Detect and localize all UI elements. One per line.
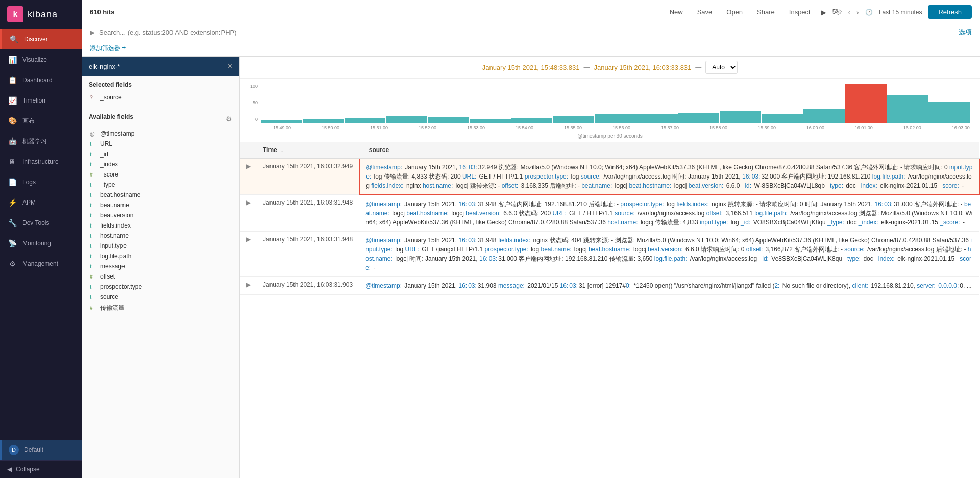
field-item-source[interactable]: t source — [89, 292, 232, 302]
sidebar-item-timelion[interactable]: 📈 Timelion — [0, 90, 82, 111]
chart-bar[interactable] — [553, 116, 594, 123]
sidebar-item-dashboard[interactable]: 📋 Dashboard — [0, 70, 82, 90]
field-item-log-file-path[interactable]: t log.file.path — [89, 251, 232, 261]
sidebar-item-apm[interactable]: ⚡ APM — [0, 192, 82, 213]
field-item-timestamp[interactable]: @ @timestamp — [89, 129, 232, 139]
field-item-id[interactable]: t _id — [89, 149, 232, 159]
field-item-url[interactable]: t URL — [89, 139, 232, 149]
open-button[interactable]: Open — [722, 6, 747, 18]
field-item-beat-hostname[interactable]: t beat.hostname — [89, 190, 232, 200]
chart-x-label: 15:59:00 — [758, 125, 776, 130]
management-icon: ⚙ — [7, 259, 17, 269]
search-options-button[interactable]: 选项 — [959, 28, 972, 37]
index-selector[interactable]: elk-nginx-* × — [82, 57, 239, 76]
field-item-prospector-type[interactable]: t prospector.type — [89, 282, 232, 292]
chart-x-label: 15:53:00 — [467, 125, 485, 130]
field-name: _source — [100, 94, 122, 101]
sidebar-item-infrastructure[interactable]: 🖥 Infrastructure — [0, 152, 82, 172]
sidebar-item-canvas[interactable]: 🎨 画布 — [0, 111, 82, 131]
next-interval-icon[interactable]: › — [856, 8, 859, 16]
time-cell: January 15th 2021, 16:03:31.948 — [257, 195, 359, 232]
default-icon: D — [9, 445, 19, 455]
field-item-index[interactable]: t _index — [89, 159, 232, 169]
expand-arrow-icon[interactable]: ▶ — [246, 199, 251, 206]
searchbar: ▶ 选项 — [82, 24, 980, 40]
sidebar-item-devtools[interactable]: 🔧 Dev Tools — [0, 213, 82, 233]
sidebar-item-discover[interactable]: 🔍 Discover — [0, 29, 82, 49]
chart-bar[interactable] — [678, 113, 720, 123]
chart-bar[interactable] — [595, 114, 636, 122]
expand-arrow-icon[interactable]: ▶ — [246, 163, 251, 170]
chart-x-label: 15:49:00 — [273, 125, 291, 130]
chart-x-label: 16:02:00 — [903, 125, 921, 130]
field-type-t-icon: t — [90, 213, 97, 218]
chart-bar[interactable] — [511, 118, 553, 123]
expand-arrow-icon[interactable]: ▶ — [246, 236, 251, 243]
infrastructure-icon: 🖥 — [7, 157, 17, 167]
field-type-t-icon: t — [90, 162, 97, 167]
chart-bar[interactable] — [928, 102, 970, 123]
canvas-icon: 🎨 — [7, 116, 17, 126]
chart-bar[interactable] — [845, 84, 887, 123]
chart-bar[interactable] — [887, 95, 928, 123]
play-icon[interactable]: ▶ — [821, 8, 826, 16]
chart-bar[interactable] — [803, 109, 845, 123]
sidebar-logo: k kibana — [0, 0, 82, 29]
chart-bar[interactable] — [636, 114, 678, 123]
chart-x-label: 16:00:00 — [806, 125, 824, 130]
chart-bar[interactable] — [470, 119, 511, 122]
ml-icon: 🤖 — [7, 136, 17, 146]
field-item-type[interactable]: t _type — [89, 180, 232, 190]
chart-bars[interactable] — [261, 84, 970, 123]
chart-bar[interactable] — [762, 114, 803, 122]
time-range-dropdown[interactable]: Auto 1m 5m 10m — [705, 61, 738, 74]
collapse-button[interactable]: ◀ Collapse — [0, 460, 82, 478]
search-input[interactable] — [99, 29, 954, 36]
sidebar-item-ml[interactable]: 🤖 机器学习 — [0, 131, 82, 152]
chart-x-axis: 15:49:0015:50:0015:51:0015:52:0015:53:00… — [273, 123, 970, 132]
field-item-transfer[interactable]: # 传输流量 — [89, 302, 232, 314]
available-fields-header: Available fields ⚙ — [89, 113, 232, 124]
field-type-t-icon: t — [90, 284, 97, 290]
prev-interval-icon[interactable]: ‹ — [848, 8, 850, 16]
results-area[interactable]: Time ↓ _source ▶January 15th 2021, 16:03… — [240, 142, 980, 479]
inspect-button[interactable]: Inspect — [785, 6, 815, 18]
field-item-input-type[interactable]: t input.type — [89, 241, 232, 251]
time-range-end: January 15th 2021, 16:03:33.831 — [594, 64, 692, 71]
sidebar-item-monitoring[interactable]: 📡 Monitoring — [0, 233, 82, 254]
field-type-hash-icon: # — [90, 274, 97, 280]
index-close-icon[interactable]: × — [228, 62, 232, 71]
field-item-fields-index[interactable]: t fields.index — [89, 220, 232, 231]
field-type-t-icon: t — [90, 264, 97, 269]
results-table: Time ↓ _source ▶January 15th 2021, 16:03… — [240, 142, 980, 295]
add-filter-button[interactable]: 添加筛选器 + — [90, 44, 126, 53]
chart-bar[interactable] — [386, 116, 427, 123]
field-item-source[interactable]: ? _source — [89, 92, 232, 103]
kibana-logo-icon: k — [7, 6, 23, 22]
chart-bar[interactable] — [428, 117, 469, 123]
field-item-beat-version[interactable]: t beat.version — [89, 210, 232, 220]
field-item-offset[interactable]: # offset — [89, 271, 232, 282]
new-button[interactable]: New — [666, 6, 687, 18]
timelion-icon: 📈 — [7, 95, 17, 106]
chart-bar[interactable] — [345, 118, 386, 123]
sidebar-item-default[interactable]: D Default — [0, 440, 82, 460]
time-col-header[interactable]: Time ↓ — [257, 142, 359, 158]
expand-arrow-icon[interactable]: ▶ — [246, 281, 251, 288]
chart-bar[interactable] — [720, 111, 761, 123]
chart-bar[interactable] — [303, 119, 344, 122]
sidebar-item-logs[interactable]: 📄 Logs — [0, 172, 82, 192]
sidebar-item-management[interactable]: ⚙ Management — [0, 254, 82, 274]
field-item-beat-name[interactable]: t beat.name — [89, 200, 232, 210]
save-button[interactable]: Save — [693, 6, 717, 18]
sidebar-item-visualize[interactable]: 📊 Visualize — [0, 49, 82, 70]
field-item-message[interactable]: t message — [89, 261, 232, 271]
hits-count: 610 hits — [90, 8, 114, 16]
sidebar-bottom: D Default ◀ Collapse — [0, 440, 82, 478]
interval-label: 5秒 — [832, 8, 842, 16]
field-item-score[interactable]: # _score — [89, 169, 232, 180]
settings-icon[interactable]: ⚙ — [226, 115, 232, 123]
refresh-button[interactable]: Refresh — [928, 5, 972, 19]
field-item-host-name[interactable]: t host.name — [89, 231, 232, 241]
share-button[interactable]: Share — [753, 6, 779, 18]
